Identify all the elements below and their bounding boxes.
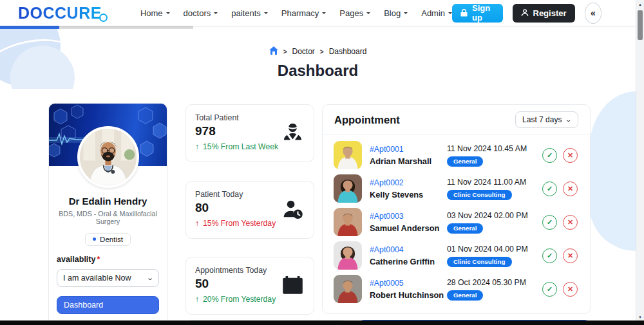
stat-change-label: 15% From Yesterday (203, 219, 276, 228)
appointment-datetime: 11 Nov 2024 10.45 AM (447, 144, 542, 153)
confirm-appointment-button[interactable]: ✓ (542, 181, 557, 196)
signup-label: Sign up (472, 3, 494, 23)
chevron-down-icon (264, 12, 268, 16)
breadcrumb-separator: > (283, 48, 287, 55)
doctor-icon (281, 122, 304, 144)
lock-icon (460, 9, 468, 17)
sidebar-menu-label: Dashboard (64, 301, 103, 310)
nav-item-doctors[interactable]: doctors (184, 8, 218, 18)
appointment-row: #Apt0002 Kelly Stevens 11 Nov 2024 11.00… (334, 172, 579, 205)
nav-item-label: Admin (421, 8, 445, 18)
appointment-id-link[interactable]: #Apt0004 (370, 245, 447, 254)
home-icon[interactable] (269, 46, 278, 57)
cancel-appointment-button[interactable]: ✕ (563, 148, 578, 163)
appointment-row: #Apt0004 Catherine Griffin 01 Nov 2024 0… (334, 239, 579, 272)
stat-card: Patient Today 80 ↑ 15% From Yesterday (185, 181, 314, 239)
chevron-down-icon (166, 12, 170, 16)
register-label: Register (533, 8, 567, 18)
scrollbar-thumb[interactable] (638, 10, 643, 40)
nav-item-label: paitents (231, 8, 261, 18)
cancel-appointment-button[interactable]: ✕ (563, 181, 578, 196)
breadcrumb: > Doctor > Dashboard (0, 46, 636, 57)
calendar-icon (281, 274, 304, 297)
appointment-id-link[interactable]: #Apt0001 (370, 145, 447, 154)
vertical-scrollbar[interactable]: ▲ ▼ (636, 0, 644, 325)
progress-sliver-gray (59, 26, 193, 29)
patient-name: Catherine Griffin (370, 257, 447, 266)
appointment-id-link[interactable]: #Apt0003 (370, 212, 447, 221)
appointment-type-badge: General (447, 156, 484, 167)
availability-select[interactable]: I am available Now ⌄ (57, 269, 159, 287)
cancel-appointment-button[interactable]: ✕ (563, 215, 578, 230)
nav-item-label: Pharmacy (281, 8, 319, 18)
nav-item-pages[interactable]: Pages (339, 8, 370, 18)
chevron-down-icon (322, 12, 326, 16)
appointment-type-badge: General (447, 223, 484, 234)
appointment-id-link[interactable]: #Apt0005 (370, 279, 447, 288)
stat-label: Patient Today (195, 190, 305, 199)
nav-item-label: Home (140, 8, 163, 18)
doctor-profile-card: Dr Edalin Hendry BDS, MDS - Oral & Maxil… (48, 103, 167, 325)
confirm-appointment-button[interactable]: ✓ (542, 148, 557, 163)
confirm-appointment-button[interactable]: ✓ (542, 282, 557, 297)
scroll-down-icon[interactable]: ▼ (636, 315, 644, 319)
chevron-down-icon (366, 12, 370, 16)
chevron-down-icon: ⌄ (146, 274, 154, 281)
appointment-row: #Apt0005 Robert Hutchinson 28 Oct 2024 0… (334, 272, 579, 306)
appointment-datetime: 03 Nov 2024 02.00 PM (447, 211, 542, 220)
filter-value: Last 7 days (522, 115, 562, 124)
header-actions: Sign up Register « (452, 3, 601, 24)
cancel-appointment-button[interactable]: ✕ (563, 282, 578, 297)
trend-up-icon: ↑ (195, 295, 199, 304)
collapse-chevrons-icon[interactable]: « (585, 3, 602, 24)
nav-item-home[interactable]: Home (140, 8, 170, 18)
patient-name: Adrian Marshall (370, 156, 447, 166)
nav-item-admin[interactable]: Admin (421, 8, 452, 18)
appointment-list: #Apt0001 Adrian Marshall 11 Nov 2024 10.… (323, 135, 590, 306)
appointment-title: Appointment (334, 114, 400, 126)
required-asterisk: * (97, 255, 100, 264)
page-title: Dashboard (0, 62, 636, 80)
signup-button[interactable]: Sign up (452, 4, 502, 23)
patient-avatar (334, 275, 362, 303)
appointment-row: #Apt0001 Adrian Marshall 11 Nov 2024 10.… (334, 138, 579, 172)
patient-clock-icon (281, 198, 304, 221)
patient-name: Robert Hutchinson (370, 290, 447, 300)
breadcrumb-item-dashboard: Dashboard (329, 47, 367, 56)
appointment-row: #Apt0003 Samuel Anderson 03 Nov 2024 02.… (334, 205, 579, 239)
stat-label: Total Patient (195, 113, 305, 122)
nav-item-label: doctors (184, 8, 211, 18)
doccure-logo[interactable]: DOCCURE (18, 4, 102, 23)
nav-item-label: Pages (339, 8, 363, 18)
breadcrumb-separator: > (320, 48, 324, 55)
specialty-label: Dentist (100, 236, 123, 243)
doctor-name: Dr Edalin Hendry (49, 196, 167, 207)
appointment-panel: Appointment Last 7 days ⌄ #Apt0001 Adria… (322, 104, 591, 314)
breadcrumb-item-doctor[interactable]: Doctor (292, 47, 314, 56)
doctor-photo (77, 126, 139, 188)
nav-item-paitents[interactable]: paitents (231, 8, 268, 18)
appointment-type-badge: Clinic Consulting (447, 190, 512, 200)
cancel-appointment-button[interactable]: ✕ (563, 248, 578, 263)
availability-value: I am available Now (63, 274, 131, 283)
nav-item-blog[interactable]: Blog (384, 8, 408, 18)
date-range-filter[interactable]: Last 7 days ⌄ (515, 111, 578, 128)
nav-item-pharmacy[interactable]: Pharmacy (281, 8, 327, 18)
stat-card: Appointments Today 50 ↑ 20% From Yesterd… (185, 257, 314, 315)
confirm-appointment-button[interactable]: ✓ (542, 248, 557, 263)
trend-up-icon: ↑ (195, 142, 199, 151)
appointment-header: Appointment Last 7 days ⌄ (323, 105, 590, 135)
appointment-datetime: 01 Nov 2024 04.00 PM (447, 245, 542, 254)
register-button[interactable]: Register (513, 4, 575, 23)
appointment-id-link[interactable]: #Apt0002 (370, 178, 447, 187)
chevron-down-icon: ⌄ (565, 116, 573, 123)
trend-up-icon: ↑ (195, 219, 199, 228)
person-icon (521, 9, 529, 17)
stat-card: Total Patient 978 ↑ 15% From Last Week (185, 104, 314, 162)
appointment-type-badge: General (447, 290, 484, 301)
decor-blob-right (589, 91, 636, 251)
sidebar-item-dashboard[interactable]: Dashboard (57, 296, 159, 314)
confirm-appointment-button[interactable]: ✓ (542, 215, 557, 230)
scroll-up-icon[interactable]: ▲ (636, 3, 644, 6)
appointment-datetime: 28 Oct 2024 05.30 PM (447, 278, 542, 287)
